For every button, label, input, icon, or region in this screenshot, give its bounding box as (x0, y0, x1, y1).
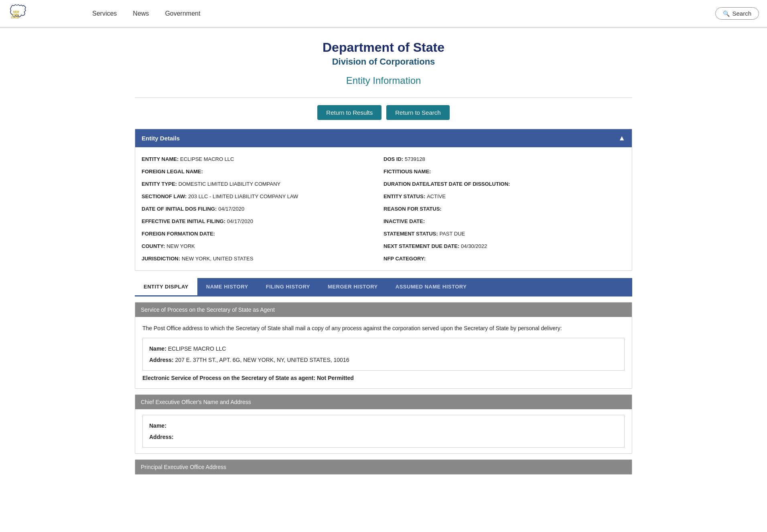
page-content: Department of State Division of Corporat… (127, 28, 640, 475)
tab-filing-history[interactable]: FILING HISTORY (257, 278, 319, 296)
entity-details-header: Entity Details ▲ (135, 129, 632, 147)
entity-info-title: Entity Information (135, 75, 632, 86)
detail-entity-name: ENTITY NAME: ECLIPSE MACRO LLC (142, 153, 384, 165)
ceo-name-label: Name: (149, 422, 166, 429)
ceo-address-box: Name: Address: (142, 415, 625, 448)
ceo-address-row: Address: (149, 431, 618, 443)
detail-county: COUNTY: NEW YORK (142, 240, 384, 252)
service-address-box: Name: ECLIPSE MACRO LLC Address: 207 E. … (142, 338, 625, 371)
svg-text:STATE: STATE (11, 16, 19, 19)
detail-section-of-law: SECTIONOF LAW: 203 LLC - LIMITED LIABILI… (142, 190, 384, 203)
service-name-row: Name: ECLIPSE MACRO LLC (149, 343, 618, 354)
nav-services[interactable]: Services (92, 10, 117, 17)
nav-links: Services News Government (92, 10, 715, 17)
detail-entity-type: ENTITY TYPE: DOMESTIC LIMITED LIABILITY … (142, 178, 384, 190)
dept-title: Department of State (135, 40, 632, 55)
service-of-process-card: Service of Process on the Secretary of S… (135, 302, 632, 389)
svg-text:YORK: YORK (12, 13, 19, 16)
return-search-button[interactable]: Return to Search (386, 105, 449, 120)
detail-foreign-legal-name: FOREIGN LEGAL NAME: (142, 165, 384, 178)
tab-entity-display[interactable]: ENTITY DISPLAY (135, 278, 197, 296)
ceo-header: Chief Executive Officer's Name and Addre… (135, 395, 632, 409)
detail-date-initial: DATE OF INITIAL DOS FILING: 04/17/2020 (142, 203, 384, 215)
ceo-address-label: Address: (149, 434, 174, 440)
electronic-service-text: Electronic Service of Process on the Sec… (142, 371, 625, 383)
tab-assumed-name-history[interactable]: ASSUMED NAME HISTORY (387, 278, 476, 296)
tab-name-history[interactable]: NAME HISTORY (197, 278, 257, 296)
detail-reason-status: REASON FOR STATUS: (384, 203, 625, 215)
entity-details-left: ENTITY NAME: ECLIPSE MACRO LLC FOREIGN L… (142, 153, 384, 265)
return-results-button[interactable]: Return to Results (317, 105, 381, 120)
search-button[interactable]: 🔍 Search (715, 7, 759, 20)
detail-entity-status: ENTITY STATUS: ACTIVE (384, 190, 625, 203)
search-button-label: Search (732, 10, 751, 17)
detail-effective-date: EFFECTIVE DATE INITIAL FILING: 04/17/202… (142, 215, 384, 227)
div-title: Division of Corporations (135, 57, 632, 67)
service-of-process-body: The Post Office address to which the Sec… (135, 317, 632, 388)
principal-office-header: Principal Executive Office Address (135, 460, 632, 474)
detail-statement-status: STATEMENT STATUS: PAST DUE (384, 227, 625, 240)
svg-text:NEW: NEW (13, 10, 20, 13)
entity-details-header-title: Entity Details (142, 135, 180, 142)
detail-inactive-date: INACTIVE DATE: (384, 215, 625, 227)
service-address-label: Address: (149, 357, 174, 363)
collapse-icon[interactable]: ▲ (618, 134, 625, 142)
detail-fictitious-name: FICTITIOUS NAME: (384, 165, 625, 178)
nav-news[interactable]: News (133, 10, 149, 17)
principal-office-card: Principal Executive Office Address (135, 459, 632, 475)
detail-dos-id: DOS ID: 5739128 (384, 153, 625, 165)
detail-nfp-category: NFP CATEGORY: (384, 252, 625, 265)
ceo-name-row: Name: (149, 420, 618, 431)
title-divider (135, 97, 632, 98)
electronic-service-strong: Electronic Service of Process on the Sec… (142, 375, 354, 381)
nav-government[interactable]: Government (165, 10, 200, 17)
service-of-process-header: Service of Process on the Secretary of S… (135, 303, 632, 317)
detail-foreign-formation: FOREIGN FORMATION DATE: (142, 227, 384, 240)
entity-details-section: Entity Details ▲ ENTITY NAME: ECLIPSE MA… (135, 129, 632, 271)
detail-jurisdiction: JURISDICTION: NEW YORK, UNITED STATES (142, 252, 384, 265)
entity-details-right: DOS ID: 5739128 FICTITIOUS NAME: DURATIO… (384, 153, 625, 265)
title-area: Department of State Division of Corporat… (135, 28, 632, 94)
ny-state-logo: NEW YORK STATE (8, 2, 30, 24)
tabs-bar: ENTITY DISPLAY NAME HISTORY FILING HISTO… (135, 278, 632, 296)
search-icon: 🔍 (723, 10, 730, 17)
tab-merger-history[interactable]: MERGER HISTORY (319, 278, 387, 296)
detail-next-statement: NEXT STATEMENT DUE DATE: 04/30/2022 (384, 240, 625, 252)
logo-area: NEW YORK STATE (8, 2, 80, 24)
service-address-row: Address: 207 E. 37TH ST., APT. 6G, NEW Y… (149, 354, 618, 365)
service-name-label: Name: (149, 345, 166, 352)
ceo-card: Chief Executive Officer's Name and Addre… (135, 394, 632, 454)
nav-bar: NEW YORK STATE Services News Government … (0, 0, 767, 28)
ceo-body: Name: Address: (135, 409, 632, 453)
entity-details-body: ENTITY NAME: ECLIPSE MACRO LLC FOREIGN L… (135, 147, 632, 270)
service-description: The Post Office address to which the Sec… (142, 323, 625, 334)
detail-duration-date: DURATION DATE/LATEST DATE OF DISSOLUTION… (384, 178, 625, 190)
service-address-value: 207 E. 37TH ST., APT. 6G, NEW YORK, NY, … (175, 357, 349, 363)
btn-row: Return to Results Return to Search (135, 105, 632, 120)
service-name-value: ECLIPSE MACRO LLC (168, 345, 226, 352)
